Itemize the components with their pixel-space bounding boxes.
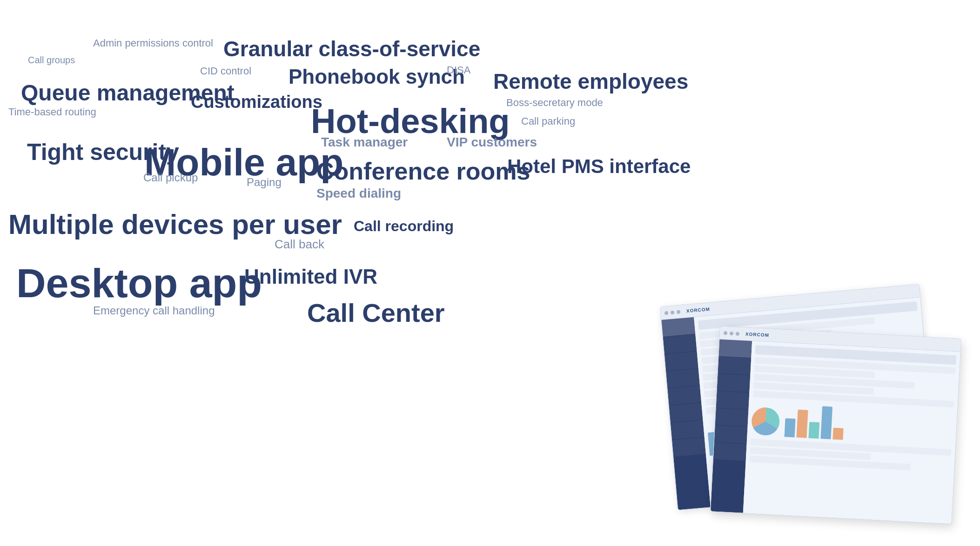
word-cloud-item: Remote employees xyxy=(493,69,688,94)
word-cloud-item: Call Center xyxy=(307,298,445,328)
word-cloud-item: Multiple devices per user xyxy=(8,208,342,240)
word-cloud-item: Boss-secretary mode xyxy=(506,97,603,109)
word-cloud-item: Admin permissions control xyxy=(93,37,213,49)
word-cloud-item: Granular class-of-service xyxy=(223,36,480,61)
word-cloud-item: VIP customers xyxy=(447,135,537,150)
word-cloud-item: Speed dialing xyxy=(316,186,401,201)
word-cloud-item: Call back xyxy=(275,237,324,252)
word-cloud-item: Hotel PMS interface xyxy=(507,155,691,178)
word-cloud-item: Customizations xyxy=(191,92,322,112)
mockup-front: XORCOM xyxy=(710,326,961,525)
word-cloud-item: CID control xyxy=(200,65,251,77)
word-cloud-item: Call pickup xyxy=(143,171,198,184)
word-cloud-item: Unlimited IVR xyxy=(244,265,377,288)
word-cloud-item: Call recording xyxy=(354,218,454,235)
word-cloud-item: Call parking xyxy=(521,115,575,127)
word-cloud-item: Conference rooms xyxy=(316,157,530,185)
word-cloud-item: Phonebook synch xyxy=(289,65,465,88)
word-cloud-item: Paging xyxy=(247,176,282,189)
word-cloud-item: DISA xyxy=(447,64,470,76)
word-cloud-item: Call groups xyxy=(28,55,75,66)
word-cloud-item: Task manager xyxy=(321,135,408,150)
word-cloud-item: Emergency call handling xyxy=(93,304,215,317)
mockup-area: XORCOM xyxy=(654,295,980,546)
word-cloud-item: Time-based routing xyxy=(8,106,96,118)
word-cloud-item: Desktop app xyxy=(16,260,262,307)
